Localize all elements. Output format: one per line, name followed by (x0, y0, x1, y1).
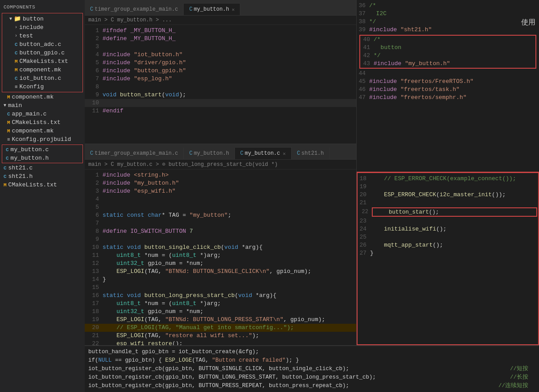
code-line: 41 button (361, 44, 535, 52)
sidebar-item-cmakelists[interactable]: M CMakeLists.txt (2, 57, 82, 66)
tab-my-button-h[interactable]: C my_button.h ✕ (184, 3, 240, 15)
code-line: 8 (85, 83, 356, 91)
sidebar-item-my-button-h[interactable]: C my_button.h (2, 154, 82, 162)
sidebar-item-label: Kconfig (20, 83, 44, 90)
editor-content-bottom[interactable]: 1#include <string.h> 2#include "my_butto… (85, 169, 356, 345)
code-line: 23 (358, 217, 538, 225)
sidebar-item-button-gpio[interactable]: C button_gpio.c (2, 49, 82, 57)
right-top-content[interactable]: 36/* 37 I2C 38*/ 39#include "sht21.h" 40… (357, 0, 539, 172)
sidebar-item-component-mk[interactable]: M component.mk (2, 66, 82, 74)
c-file-icon: C (6, 147, 9, 153)
c-file-icon: C (6, 156, 9, 161)
code-line: 6static const char* TAG = "my_button"; (85, 211, 356, 219)
c-file-icon: C (15, 42, 18, 47)
code-line: 12 uint32_t gpio_num = *num; (85, 260, 356, 268)
code-line: 7#include "esp_log.h" (85, 75, 356, 83)
bottom-panel: button_handle_t gpio_btn = iot_button_cr… (85, 345, 539, 392)
code-line: 3#include "esp_wifi.h" (85, 187, 356, 195)
tab-label: my_button.h (194, 6, 229, 12)
sidebar-item-main[interactable]: ▼ main (0, 101, 85, 110)
code-line: 9void button_start(void); (85, 91, 356, 99)
code-line: 19 (358, 183, 538, 191)
code-line: 39#include "sht21.h" (357, 26, 539, 34)
sidebar-item-label: test (19, 33, 33, 39)
sidebar-item-label: component.mk (20, 66, 62, 73)
sidebar-item-iot-button[interactable]: C iot_button.c (2, 74, 82, 83)
sidebar-item-app-main[interactable]: C app_main.c (0, 110, 85, 118)
code-line: 21 ESP_LOGI(TAG, "restore all wifi set..… (85, 332, 356, 340)
code-line: 2#include "my_button.h" (85, 179, 356, 187)
sidebar-item-label: button_adc.c (20, 41, 62, 48)
bottom-code-line: if(NULL == gpio_btn) { ESP_LOGE(TAG, "Bu… (88, 356, 535, 365)
sidebar-item-kconfig[interactable]: ≡ Kconfig (2, 83, 82, 91)
m-file-icon: M (7, 95, 10, 100)
code-line: 36/* (357, 2, 539, 10)
c-icon: C (189, 6, 192, 12)
sidebar-item-sht21-h[interactable]: C sht21.h (0, 172, 85, 181)
tab-bar-bottom: C timer_group_example_main.c C my_button… (85, 144, 356, 160)
sidebar-item-label: component.mk (12, 94, 54, 100)
right-panel: 36/* 37 I2C 38*/ 39#include "sht21.h" 40… (356, 0, 539, 345)
code-line: 25 (358, 233, 538, 241)
sidebar-item-label: my_button.c (11, 146, 49, 153)
expand-arrow-icon: › (15, 25, 17, 30)
tab-timer-group-bottom[interactable]: C timer_group_example_main.c (85, 148, 184, 159)
sidebar-item-kconfig-projbuild[interactable]: ≡ Kconfig.projbuild (0, 135, 85, 144)
code-line: 40/* (361, 36, 535, 44)
sidebar-item-label: CMakeLists.txt (12, 119, 61, 126)
code-line: 37 I2C (357, 10, 539, 18)
editor-content-top[interactable]: 1#ifndef _MY_BUTTON_H_ 2#define _MY_BUTT… (85, 25, 356, 144)
code-line: 46#include "freertos/task.h" (357, 86, 539, 94)
tab-timer-group[interactable]: C timer_group_example_main.c (85, 4, 184, 15)
tab-label: my_button.c (245, 150, 280, 157)
tab-label: timer_group_example_main.c (95, 6, 178, 12)
bottom-code-line: iot_button_register_cb(gpio_btn, BUTTON_… (88, 365, 535, 373)
c-icon: C (90, 6, 93, 12)
code-line: 4#include "iot_button.h" (85, 51, 356, 59)
tab-sht21-h[interactable]: C sht21.h (292, 148, 330, 159)
sidebar-item-label: include (19, 24, 44, 31)
tab-my-button-c[interactable]: C my_button.c ✕ (235, 147, 292, 159)
c-icon: C (189, 150, 192, 157)
editor-bottom: C timer_group_example_main.c C my_button… (85, 144, 356, 345)
sidebar-item-my-button-c[interactable]: C my_button.c (2, 145, 82, 154)
tab-bar-top: C timer_group_example_main.c C my_button… (85, 0, 356, 16)
code-line: 45#include "freertos/FreeRTOS.h" (357, 78, 539, 86)
code-line: 22 esp_wifi_restore(); (85, 340, 356, 345)
k-file-icon: ≡ (15, 84, 18, 90)
sidebar-item-include[interactable]: › include (2, 23, 82, 32)
m-file-icon: M (7, 128, 10, 134)
sidebar-item-component-mk3[interactable]: M component.mk (0, 127, 85, 135)
sidebar-item-component-mk2[interactable]: M component.mk (0, 93, 85, 101)
c-file-icon: C (15, 50, 18, 56)
sidebar-item-label: component.mk (12, 128, 54, 134)
sidebar-item-sht21-c[interactable]: C sht21.c (0, 164, 85, 172)
tab-my-button-h-bottom[interactable]: C my_button.h (184, 148, 235, 159)
sidebar-item-test[interactable]: › test (2, 32, 82, 40)
sidebar-item-cmakelists2[interactable]: M CMakeLists.txt (0, 118, 85, 127)
close-icon[interactable]: ✕ (232, 7, 235, 12)
code-line: 19 ESP_LOGI(TAG, "BTN%d: BUTTON_LONG_PRE… (85, 316, 356, 324)
sidebar-item-label: sht21.h (8, 173, 33, 180)
expand-arrow-icon: ▼ (9, 17, 12, 21)
file-explorer: components ▼ 📁 button › include › test C… (0, 0, 85, 392)
code-line: 1#include <string.h> (85, 171, 356, 179)
right-bottom-content[interactable]: 18 // ESP_ERROR_CHECK(example_connect())… (358, 173, 538, 345)
code-line: 1#ifndef _MY_BUTTON_H_ (85, 27, 356, 35)
tab-label: timer_group_example_main.c (95, 150, 178, 157)
close-icon[interactable]: ✕ (283, 151, 286, 157)
tab-label: my_button.h (194, 150, 229, 157)
code-line: 14} (85, 276, 356, 284)
sidebar-item-cmakelists3[interactable]: M CMakeLists.txt (0, 181, 85, 189)
m-file-icon: M (7, 120, 10, 125)
sidebar-item-label: Kconfig.projbuild (12, 136, 71, 143)
code-line: 17 uint8_t *num = (uint8_t *)arg; (85, 300, 356, 308)
sidebar-item-button[interactable]: ▼ 📁 button (2, 14, 82, 23)
sidebar-item-label: CMakeLists.txt (8, 182, 57, 188)
code-line: 3 (85, 43, 356, 51)
m-file-icon: M (15, 59, 18, 64)
sidebar-item-label: my_button.h (11, 155, 49, 161)
sidebar-item-label: sht21.c (8, 165, 33, 171)
code-line: 26 mqtt_app_start(); (358, 241, 538, 249)
sidebar-item-button-adc[interactable]: C button_adc.c (2, 40, 82, 49)
